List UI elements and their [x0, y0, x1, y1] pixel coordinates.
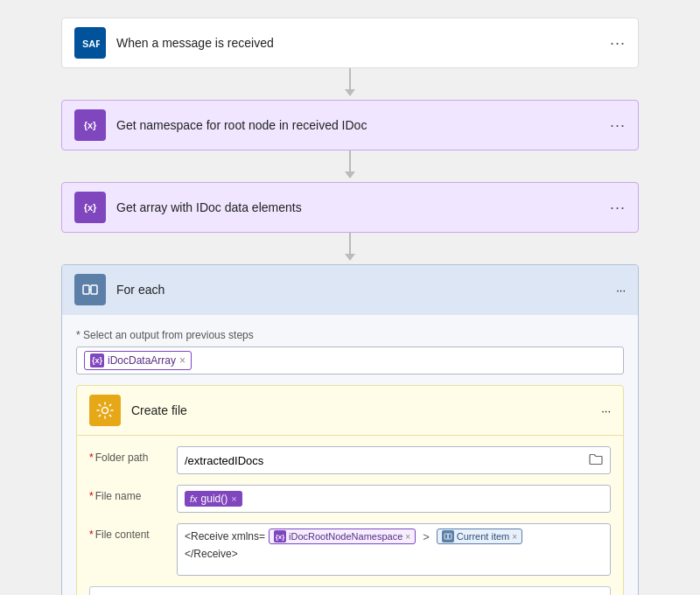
svg-text:SAP: SAP — [82, 38, 100, 49]
step-array-title: Get array with IDoc data elements — [116, 200, 610, 214]
func-tag-label: guid() — [201, 493, 228, 505]
foreach-menu[interactable]: ··· — [616, 284, 626, 297]
foreach-header: For each ··· — [62, 265, 638, 315]
ci-icon — [442, 530, 454, 542]
foreach-tag-input[interactable]: {x} iDocDataArray × — [76, 346, 624, 374]
file-name-input[interactable]: fx guid() × — [177, 485, 611, 513]
idoc-root-namespace-tag[interactable]: {x} iDocRootNodeNamespace × — [269, 528, 416, 544]
content-line-2: </Receive> — [185, 548, 603, 560]
arrow-1 — [345, 68, 355, 100]
guid-func-tag[interactable]: fx guid() × — [185, 491, 242, 507]
var-tag-label: iDocRootNodeNamespace — [289, 531, 402, 542]
create-file-card: Create file ··· *Folder path /extractedI… — [76, 385, 624, 595]
folder-path-label: *Folder path — [89, 446, 177, 464]
file-content-label: *File content — [89, 523, 177, 541]
sap-icon: SAP — [74, 27, 106, 59]
svg-rect-2 — [91, 285, 97, 294]
create-file-menu[interactable]: ··· — [601, 404, 611, 417]
foreach-body: * Select an output from previous steps {… — [62, 315, 638, 595]
foreach-icon — [74, 274, 106, 305]
current-item-tag[interactable]: Current item × — [437, 528, 522, 544]
tag-var-icon: {x} — [90, 354, 104, 368]
folder-path-value: /extractedIDocs — [185, 454, 263, 467]
create-file-title: Create file — [131, 403, 601, 417]
var-icon-2: {x} — [74, 192, 106, 223]
folder-path-input[interactable]: /extractedIDocs — [177, 446, 611, 474]
file-name-row: *File name fx guid() × — [89, 485, 611, 513]
file-content-row: *File content <Receive xmlns= {x} iDocRo… — [89, 523, 611, 576]
var-tag-icon: {x} — [274, 530, 286, 542]
receive-prefix: <Receive xmlns= — [185, 530, 265, 542]
func-icon: fx — [190, 494, 198, 504]
create-file-body: *Folder path /extractedIDocs — [77, 436, 623, 595]
svg-rect-4 — [444, 534, 448, 539]
svg-rect-5 — [448, 534, 452, 539]
folder-icon — [589, 452, 603, 469]
func-tag-close[interactable]: × — [231, 494, 236, 504]
step-array-menu[interactable]: ··· — [610, 199, 626, 217]
arrow-3 — [345, 233, 355, 264]
step-sap-card: SAP When a message is received ··· — [61, 18, 639, 68]
file-name-label: *File name — [89, 485, 177, 502]
var-tag-close[interactable]: × — [405, 532, 410, 542]
svg-rect-1 — [83, 285, 89, 294]
content-arrow: > — [423, 530, 430, 543]
create-file-icon — [89, 395, 121, 426]
idoc-data-array-tag[interactable]: {x} iDocDataArray × — [84, 351, 192, 370]
content-line-1: <Receive xmlns= {x} iDocRootNodeNamespac… — [185, 528, 603, 544]
folder-path-row: *Folder path /extractedIDocs — [89, 446, 611, 474]
step-sap-menu[interactable]: ··· — [610, 34, 626, 52]
tag-close-icon[interactable]: × — [179, 354, 186, 367]
step-namespace-card: {x} Get namespace for root node in recei… — [61, 100, 639, 150]
current-item-label: Current item — [457, 531, 510, 542]
step-sap-title: When a message is received — [116, 36, 610, 50]
step-array-card: {x} Get array with IDoc data elements ··… — [61, 182, 639, 233]
receive-close: </Receive> — [185, 548, 238, 560]
step-namespace-title: Get namespace for root node in received … — [116, 118, 610, 132]
file-content-input[interactable]: <Receive xmlns= {x} iDocRootNodeNamespac… — [177, 523, 611, 576]
add-param-row[interactable]: Add new parameter ⌄ — [89, 586, 611, 595]
foreach-title: For each — [116, 283, 616, 297]
tag-label: iDocDataArray — [108, 354, 176, 367]
foreach-container: For each ··· * Select an output from pre… — [61, 264, 639, 595]
flow-container: SAP When a message is received ··· {x} G… — [44, 18, 656, 595]
var-icon-1: {x} — [74, 109, 106, 141]
arrow-2 — [345, 150, 355, 182]
step-namespace-menu[interactable]: ··· — [610, 116, 626, 135]
current-item-close[interactable]: × — [512, 532, 517, 542]
foreach-select-label: * Select an output from previous steps — [76, 329, 624, 341]
create-file-header: Create file ··· — [77, 386, 623, 436]
svg-point-3 — [102, 408, 108, 414]
